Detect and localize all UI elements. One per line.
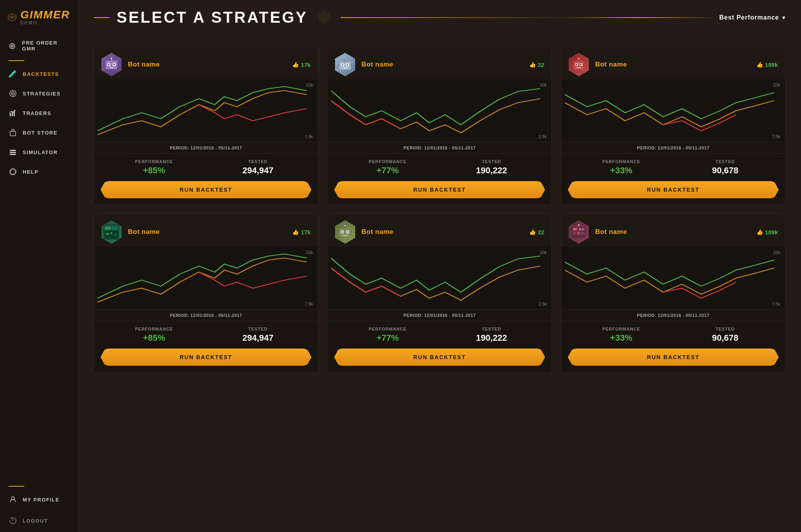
run-backtest-btn-2[interactable]: RUN BACKTEST <box>334 181 545 198</box>
card-chart-5: 10k 2.5k <box>328 247 551 309</box>
card-name-area-5: Bot name <box>361 228 524 236</box>
sidebar-item-backtests[interactable]: 🧪 BACKTESTS <box>0 64 78 84</box>
logo-icon <box>8 7 16 27</box>
sidebar-item-simulator[interactable]: SIMULATOR <box>0 142 78 162</box>
card-top-3: Bot name 👍 189k <box>562 47 785 79</box>
bot-avatar-5 <box>333 220 357 244</box>
svg-point-30 <box>111 58 112 59</box>
likes-count-1: 17k <box>301 61 311 68</box>
run-backtest-btn-6[interactable]: RUN BACKTEST <box>568 349 779 366</box>
perf-label-4: PERFORMANCE <box>106 327 202 331</box>
header-hex-decoration <box>317 11 331 25</box>
logo-area: GIMMER DEMO <box>0 0 78 34</box>
chart-ymin-3: 7.5k <box>772 134 780 139</box>
bot-name-2: Bot name <box>361 61 524 68</box>
svg-point-34 <box>342 64 343 66</box>
likes-count-3: 189k <box>765 61 778 68</box>
chevron-down-icon: ▾ <box>782 14 785 21</box>
strategy-card-6: Bot name 👍 189k 22k 7.5k <box>561 214 785 372</box>
sidebar-item-help[interactable]: HELP <box>0 162 78 182</box>
card-chart-4: 22k 7.5k <box>94 247 318 309</box>
card-chart-2: 10k 2.5k <box>328 79 551 142</box>
run-backtest-btn-5[interactable]: RUN BACKTEST <box>334 349 545 366</box>
logout-icon <box>9 516 17 525</box>
page-header: SELECT A STRATEGY Best Performance ▾ <box>78 0 801 35</box>
pre-order-icon: ◎ <box>9 41 16 50</box>
period-value-4: 12/01/2016 - 05/11-2017 <box>190 313 242 318</box>
sort-dropdown[interactable]: Best Performance ▾ <box>719 14 785 21</box>
card-likes-3: 👍 189k <box>756 61 778 68</box>
card-top-2: Bot name 👍 22 <box>328 47 551 79</box>
sidebar-item-traders[interactable]: TRADERS <box>0 103 78 123</box>
chart-ymax-5: 10k <box>540 250 547 255</box>
likes-count-2: 22 <box>538 61 544 68</box>
svg-rect-72 <box>581 232 585 235</box>
header-deco-left <box>94 17 110 18</box>
svg-point-62 <box>347 231 348 233</box>
card-period-1: PERIOD: 12/01/2016 - 05/11-2017 <box>94 142 318 154</box>
perf-label-2: PERFORMANCE <box>339 159 436 164</box>
thumbs-up-icon-6: 👍 <box>756 229 763 235</box>
card-period-6: PERIOD: 12/01/2016 - 05/11-2017 <box>562 309 785 321</box>
cards-grid: Bot name 👍 17k 22k 7.5k <box>94 47 785 372</box>
thumbs-up-icon-3: 👍 <box>756 61 763 68</box>
profile-icon <box>9 495 17 504</box>
sidebar-item-logout[interactable]: LOGOUT <box>0 509 78 532</box>
svg-rect-71 <box>577 232 580 235</box>
chart-ymin-5: 2.5k <box>539 302 547 306</box>
bot-avatar-3 <box>567 53 591 76</box>
sort-label: Best Performance <box>719 14 779 21</box>
sidebar-label-traders: TRADERS <box>23 110 51 116</box>
strategy-card-2: Bot name 👍 22 10k 2.5k <box>327 47 551 205</box>
svg-point-64 <box>344 225 346 226</box>
svg-rect-40 <box>574 61 584 70</box>
sidebar-item-strategies[interactable]: STRATEGIES <box>0 84 78 103</box>
svg-rect-28 <box>110 67 113 68</box>
card-stats-1: PERFORMANCE +85% TESTED 294,947 <box>94 154 318 181</box>
stat-performance-3: PERFORMANCE +33% <box>573 159 670 176</box>
simulator-icon <box>9 148 17 156</box>
card-top-5: Bot name 👍 22 <box>328 215 551 247</box>
strategy-card-4: Bot name 👍 17k 22k 7.5k <box>94 214 318 372</box>
perf-value-5: +77% <box>339 333 436 343</box>
svg-point-61 <box>341 231 343 233</box>
perf-value-6: +33% <box>573 333 670 343</box>
sidebar-item-bot-store[interactable]: BOT STORE <box>0 123 78 142</box>
cards-scroll-area[interactable]: Bot name 👍 17k 22k 7.5k <box>78 35 801 532</box>
bot-name-4: Bot name <box>128 228 287 236</box>
run-backtest-btn-1[interactable]: RUN BACKTEST <box>101 181 311 198</box>
card-chart-6: 22k 7.5k <box>562 247 785 309</box>
tested-label-1: TESTED <box>210 159 306 164</box>
sidebar-item-pre-order[interactable]: ◎ PRE ORDER GMR <box>0 34 78 57</box>
tested-label-6: TESTED <box>677 327 773 331</box>
svg-point-56 <box>115 234 116 235</box>
perf-value-1: +85% <box>106 165 202 176</box>
thumbs-up-icon-5: 👍 <box>529 229 536 235</box>
card-name-area-6: Bot name <box>595 228 752 236</box>
header-deco-line-long <box>341 17 712 18</box>
svg-rect-39 <box>350 64 352 66</box>
period-value-6: 12/01/2016 - 05/11-2017 <box>658 313 709 318</box>
run-backtest-btn-3[interactable]: RUN BACKTEST <box>568 181 779 198</box>
svg-rect-52 <box>111 226 118 230</box>
tested-value-6: 90,678 <box>677 333 773 343</box>
run-backtest-btn-4[interactable]: RUN BACKTEST <box>101 349 311 366</box>
app-name: GIMMER <box>20 9 70 20</box>
main-content: SELECT A STRATEGY Best Performance ▾ <box>78 0 801 532</box>
perf-value-4: +85% <box>106 333 202 343</box>
svg-rect-6 <box>9 16 10 18</box>
svg-rect-47 <box>572 64 574 66</box>
stat-performance-1: PERFORMANCE +85% <box>106 159 202 176</box>
chart-ymin-1: 7.5k <box>305 134 313 139</box>
chart-ymax-2: 10k <box>540 83 547 87</box>
bot-name-5: Bot name <box>361 228 524 236</box>
card-likes-2: 👍 22 <box>529 61 544 68</box>
tested-value-3: 90,678 <box>677 165 773 176</box>
svg-point-35 <box>347 64 348 66</box>
svg-rect-16 <box>10 152 16 153</box>
card-likes-4: 👍 17k <box>292 229 311 235</box>
card-likes-1: 👍 17k <box>292 61 311 68</box>
stat-performance-6: PERFORMANCE +33% <box>573 327 670 343</box>
svg-rect-4 <box>11 18 13 18</box>
sidebar-item-profile[interactable]: MY PROFILE <box>0 490 78 509</box>
